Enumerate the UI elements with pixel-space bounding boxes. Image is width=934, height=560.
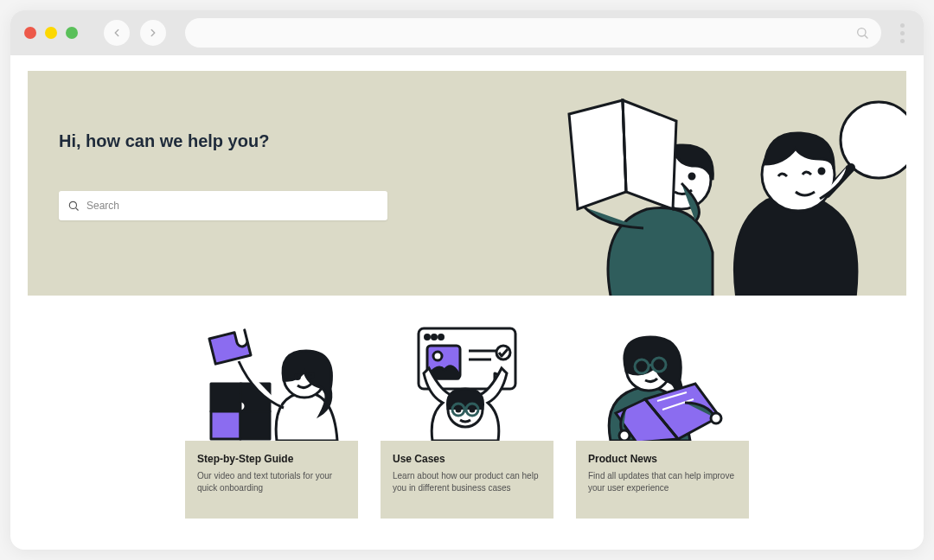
card-product-news[interactable]: Product News Find all updates that can h…: [576, 313, 749, 519]
svg-point-28: [470, 408, 474, 411]
svg-point-27: [457, 408, 460, 411]
svg-point-17: [439, 335, 444, 340]
help-hero: Hi, how can we help you?: [28, 71, 906, 296]
svg-point-19: [433, 352, 442, 360]
help-cards: Step-by-Step Guide Our video and text tu…: [28, 313, 906, 519]
svg-point-8: [652, 150, 711, 209]
card-title: Product News: [588, 453, 737, 465]
forward-button[interactable]: [140, 20, 166, 46]
svg-point-37: [619, 430, 630, 441]
card-body: Step-by-Step Guide Our video and text tu…: [185, 441, 358, 519]
search-icon: [67, 200, 80, 212]
card-description: Our video and text tutorials for your qu…: [197, 470, 346, 493]
address-bar[interactable]: [185, 18, 881, 48]
window-minimize-dot[interactable]: [45, 27, 57, 39]
svg-line-32: [649, 365, 652, 366]
help-search[interactable]: [59, 191, 387, 220]
svg-point-34: [657, 363, 661, 366]
card-title: Step-by-Step Guide: [197, 453, 346, 465]
svg-line-1: [865, 35, 867, 38]
window-maximize-dot[interactable]: [66, 27, 78, 39]
svg-point-9: [689, 174, 694, 179]
svg-point-15: [425, 335, 430, 340]
card-step-by-step-guide[interactable]: Step-by-Step Guide Our video and text tu…: [185, 313, 358, 519]
arrow-right-icon: [147, 27, 159, 39]
card-body: Product News Find all updates that can h…: [576, 441, 749, 519]
search-icon: [855, 26, 869, 40]
card-use-cases[interactable]: Use Cases Learn about how our product ca…: [381, 313, 553, 519]
svg-point-7: [819, 169, 824, 174]
arrow-left-icon: [111, 27, 123, 39]
guide-illustration: [185, 313, 358, 441]
hero-illustration: [543, 80, 906, 296]
svg-point-38: [711, 413, 721, 423]
svg-line-5: [827, 168, 851, 194]
card-description: Find all updates that can help improve y…: [588, 470, 737, 493]
product-news-illustration: [576, 313, 749, 441]
card-body: Use Cases Learn about how our product ca…: [381, 441, 553, 519]
browser-chrome: [10, 10, 924, 55]
card-title: Use Cases: [393, 453, 541, 465]
svg-point-12: [296, 375, 300, 379]
browser-window: Hi, how can we help you?: [10, 10, 924, 550]
hero-title: Hi, how can we help you?: [59, 131, 875, 151]
window-close-dot[interactable]: [24, 27, 36, 39]
svg-point-13: [310, 373, 314, 378]
svg-point-16: [432, 335, 437, 340]
svg-point-33: [640, 365, 643, 368]
back-button[interactable]: [104, 20, 130, 46]
svg-line-3: [76, 208, 79, 211]
help-search-input[interactable]: [86, 200, 379, 212]
use-cases-illustration: [381, 313, 553, 441]
card-description: Learn about how our product can help you…: [393, 470, 541, 493]
page-content: Hi, how can we help you?: [10, 55, 924, 550]
browser-menu-button[interactable]: [890, 23, 910, 43]
